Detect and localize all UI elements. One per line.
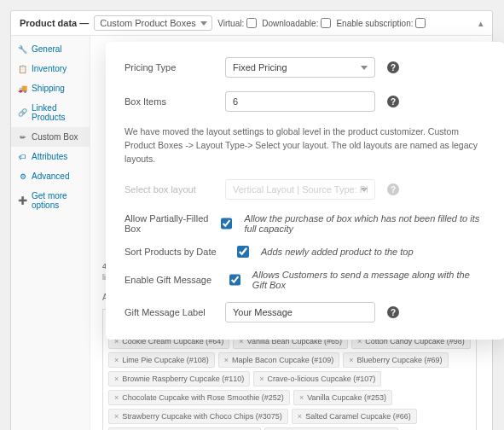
close-icon[interactable]: × xyxy=(298,412,302,421)
allow-partial-row: Allow Partially-Filled Box Allow the pur… xyxy=(125,213,486,234)
enable-gift-row: Enable Gift Message Allows Customers to … xyxy=(125,270,486,290)
tag-icon: 🏷 xyxy=(18,152,27,161)
close-icon[interactable]: × xyxy=(114,375,119,383)
allow-partial-label: Allow Partially-Filled Box xyxy=(125,213,209,234)
close-icon[interactable]: × xyxy=(114,356,119,364)
sidebar-item-inventory[interactable]: 📋Inventory xyxy=(11,59,90,78)
panel-title: Product data — xyxy=(20,18,89,28)
product-tag[interactable]: ×Chocolate Cupcake with Rose Smoothie (#… xyxy=(108,390,290,405)
truck-icon: 🚚 xyxy=(18,84,27,93)
enable-gift-label: Enable Gift Message xyxy=(125,275,217,285)
allow-partial-checkbox[interactable] xyxy=(221,218,232,230)
virtual-checkbox[interactable] xyxy=(246,18,257,28)
product-type-select[interactable]: Custom Product Boxes xyxy=(94,15,212,31)
sidebar-item-label: Custom Box xyxy=(32,132,78,142)
close-icon[interactable]: × xyxy=(299,393,304,402)
box-items-row: Box Items ? xyxy=(125,91,486,112)
product-tag[interactable]: ×Strawberry Cupcake with Choco Chips (#3… xyxy=(108,409,288,424)
sidebar-item-linked-products[interactable]: 🔗Linked Products xyxy=(11,98,90,127)
downloadable-toggle[interactable]: Downloadable: xyxy=(262,18,331,28)
sidebar-item-attributes[interactable]: 🏷Attributes xyxy=(11,147,90,166)
select-layout-label: Select box layout xyxy=(125,184,213,195)
product-tag-label: Salted Caramel Cupcake (#66) xyxy=(305,412,411,421)
sidebar-item-general[interactable]: 🔧General xyxy=(11,39,90,59)
box-items-input[interactable] xyxy=(225,91,375,112)
sidebar-item-label: Advanced xyxy=(32,171,69,181)
link-icon: 🔗 xyxy=(18,108,27,118)
panel-header: Product data — Custom Product Boxes Virt… xyxy=(11,11,492,36)
sidebar-item-label: Linked Products xyxy=(32,103,83,122)
inventory-icon: 📋 xyxy=(18,64,27,73)
virtual-toggle[interactable]: Virtual: xyxy=(217,18,257,28)
sort-products-desc: Adds newly added product to the top xyxy=(261,247,414,257)
product-tag-label: Blueberry Cupcake (#69) xyxy=(356,356,442,364)
enable-gift-checkbox[interactable] xyxy=(229,274,240,286)
enable-subscription-checkbox[interactable] xyxy=(415,18,426,28)
product-tag-label: Vanilla Cupcake (#253) xyxy=(307,393,386,402)
gift-message-label-input[interactable] xyxy=(225,302,375,322)
help-icon[interactable]: ? xyxy=(387,96,399,108)
product-tag-label: Crave-o-licious Cupcake (#107) xyxy=(268,375,376,383)
sidebar-item-label: Inventory xyxy=(32,64,67,73)
gift-label-row: Gift Message Label ? xyxy=(125,302,486,322)
pricing-type-row: Pricing Type Fixed Pricing ? xyxy=(125,57,486,78)
sidebar-item-custom-box[interactable]: ✏Custom Box xyxy=(11,127,90,147)
allow-partial-desc: Allow the purchase of box which has not … xyxy=(244,213,486,234)
sort-products-checkbox[interactable] xyxy=(237,246,249,258)
product-tag[interactable]: ×Vanilla Cupcake (#253) xyxy=(293,390,392,405)
plus-icon: ➕ xyxy=(18,196,27,206)
product-tag[interactable]: ×Maple Bacon Cupcake (#109) xyxy=(218,352,339,368)
product-tag[interactable]: ×Lime Pie Cupcake (#108) xyxy=(108,352,215,368)
close-icon[interactable]: × xyxy=(114,412,119,421)
sort-products-row: Sort Products by Date Adds newly added p… xyxy=(125,246,486,258)
sidebar-item-shipping[interactable]: 🚚Shipping xyxy=(11,78,90,98)
product-tag[interactable]: ×Salted Caramel Cupcake (#66) xyxy=(292,409,417,424)
wrench-icon: 🔧 xyxy=(18,44,27,54)
help-icon[interactable]: ? xyxy=(387,306,399,318)
enable-gift-desc: Allows Customers to send a message along… xyxy=(252,270,486,290)
product-tag-label: Brownie Raspberry Cupcake (#110) xyxy=(122,375,244,383)
gear-icon: ⚙ xyxy=(18,171,27,181)
select-layout-select: Vertical Layout | Source Type: Plugins |… xyxy=(225,179,375,200)
gift-message-label-label: Gift Message Label xyxy=(125,307,213,317)
pricing-type-select[interactable]: Fixed Pricing xyxy=(225,57,375,78)
sort-products-label: Sort Products by Date xyxy=(125,247,225,257)
pricing-type-label: Pricing Type xyxy=(125,62,213,73)
close-icon[interactable]: × xyxy=(349,356,353,364)
product-tag[interactable]: ×Brownie Raspberry Cupcake (#110) xyxy=(108,371,250,386)
sidebar: 🔧General📋Inventory🚚Shipping🔗Linked Produ… xyxy=(11,36,90,430)
pencil-icon: ✏ xyxy=(18,132,27,142)
select-layout-row: Select box layout Vertical Layout | Sour… xyxy=(125,179,486,200)
sidebar-item-get-more-options[interactable]: ➕Get more options xyxy=(11,186,90,215)
help-icon[interactable]: ? xyxy=(387,61,399,73)
product-tag-label: Lime Pie Cupcake (#108) xyxy=(122,356,209,364)
layout-moved-info: We have moved the layout settings to glo… xyxy=(125,125,486,166)
product-tag-label: Maple Bacon Cupcake (#109) xyxy=(232,356,333,364)
enable-subscription-toggle[interactable]: Enable subscription: xyxy=(336,18,426,28)
close-icon[interactable]: × xyxy=(259,375,264,383)
box-items-label: Box Items xyxy=(125,96,213,107)
sidebar-item-advanced[interactable]: ⚙Advanced xyxy=(11,166,90,186)
product-data-panel: Product data — Custom Product Boxes Virt… xyxy=(10,10,493,430)
sidebar-item-label: Get more options xyxy=(32,191,83,210)
close-icon[interactable]: × xyxy=(114,393,119,402)
product-tag-label: Chocolate Cupcake with Rose Smoothie (#2… xyxy=(122,393,284,402)
downloadable-checkbox[interactable] xyxy=(321,18,331,28)
close-icon[interactable]: × xyxy=(224,356,229,364)
panel-collapse-caret[interactable]: ▴ xyxy=(478,18,484,29)
help-icon[interactable]: ? xyxy=(387,183,399,195)
sidebar-item-label: General xyxy=(32,44,62,54)
product-tag[interactable]: ×Blueberry Cupcake (#69) xyxy=(343,352,448,368)
sidebar-item-label: Shipping xyxy=(32,84,65,93)
product-tag[interactable]: ×Crave-o-licious Cupcake (#107) xyxy=(253,371,381,386)
sidebar-item-label: Attributes xyxy=(32,152,67,161)
product-tag-label: Strawberry Cupcake with Choco Chips (#30… xyxy=(122,412,282,421)
custom-box-settings-card: Pricing Type Fixed Pricing ? Box Items ?… xyxy=(106,42,504,340)
